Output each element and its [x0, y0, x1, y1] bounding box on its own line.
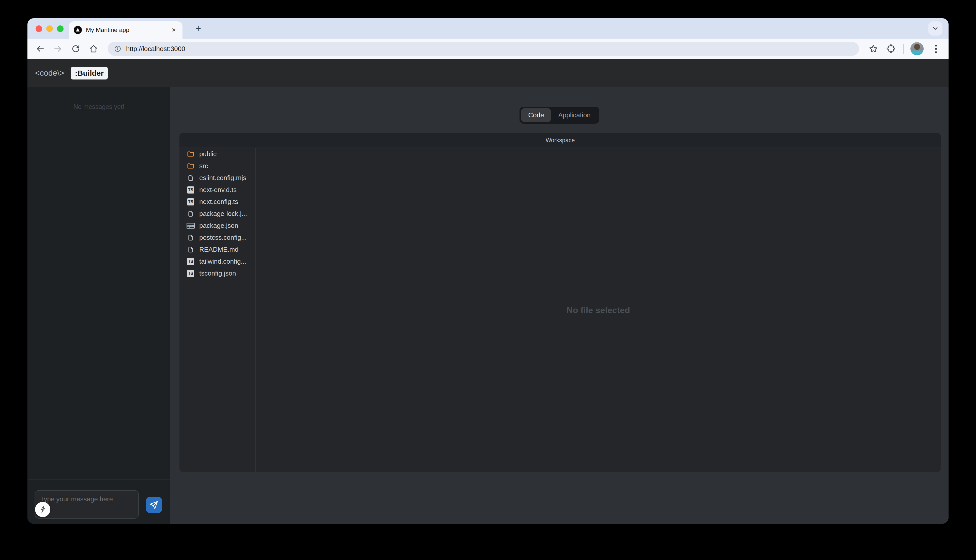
file-name: package.json [199, 222, 238, 230]
back-arrow-icon [35, 44, 45, 53]
file-name: eslint.config.mjs [199, 174, 246, 182]
file-tree-item[interactable]: TSnext.config.ts [179, 196, 255, 208]
folder-icon [187, 150, 195, 158]
close-window-button[interactable] [35, 25, 42, 32]
editor-empty-state: No file selected [567, 305, 630, 315]
forward-button[interactable] [52, 43, 64, 54]
ts-icon: TS [187, 186, 195, 194]
browser-tab[interactable]: My Mantine app × [69, 21, 182, 38]
maximize-window-button[interactable] [57, 25, 64, 32]
tab-code[interactable]: Code [521, 108, 551, 122]
ts-icon: TS [187, 258, 195, 266]
chat-sidebar: No messages yet! [27, 87, 170, 524]
new-tab-button[interactable]: + [192, 22, 205, 35]
workspace-title: Workspace [179, 133, 941, 148]
chat-input-area [27, 480, 170, 524]
npm-icon: npm [187, 222, 195, 230]
workspace-panel: Workspace publicsrceslint.config.mjsTSne… [179, 132, 941, 473]
tab-search-button[interactable] [928, 21, 943, 35]
app-header: <code\> :Builder [27, 59, 949, 87]
site-info-icon [114, 45, 122, 53]
minimize-window-button[interactable] [46, 25, 53, 32]
chevron-down-icon [932, 25, 939, 32]
builder-badge: :Builder [71, 67, 108, 80]
browser-menu-button[interactable] [930, 43, 941, 54]
browser-toolbar: http://localhost:3000 [27, 38, 949, 59]
puzzle-icon [886, 44, 896, 53]
tab-strip: My Mantine app × + [27, 18, 949, 38]
file-icon [187, 246, 195, 254]
tab-close-icon[interactable]: × [170, 25, 177, 35]
send-message-button[interactable] [146, 497, 162, 513]
file-name: next-env.d.ts [199, 186, 237, 194]
back-button[interactable] [35, 43, 46, 54]
file-icon [187, 233, 195, 242]
file-icon [187, 174, 195, 182]
folder-icon [187, 162, 195, 170]
reload-icon [71, 44, 80, 53]
main-area: Code Application Workspace publicsrcesli… [170, 87, 949, 524]
file-name: public [199, 150, 217, 158]
reload-button[interactable] [70, 43, 81, 54]
tab-application[interactable]: Application [551, 108, 598, 122]
file-tree-item[interactable]: npmpackage.json [179, 220, 255, 232]
file-tree: publicsrceslint.config.mjsTSnext-env.d.t… [179, 148, 256, 472]
file-tree-item[interactable]: package-lock.j... [179, 208, 255, 220]
editor-area: No file selected [256, 148, 941, 472]
home-button[interactable] [88, 43, 99, 54]
profile-avatar[interactable] [911, 42, 924, 55]
quick-action-button[interactable] [35, 502, 50, 517]
browser-window: My Mantine app × + http: [27, 18, 949, 524]
file-name: tailwind.config... [199, 258, 246, 265]
lightning-bolt-icon [39, 506, 47, 513]
kebab-menu-icon [935, 45, 937, 47]
url-text: http://localhost:3000 [126, 45, 185, 53]
file-name: README.md [199, 246, 239, 253]
file-tree-item[interactable]: postcss.config... [179, 232, 255, 243]
file-name: src [199, 162, 208, 170]
star-icon [869, 44, 878, 53]
message-input[interactable] [35, 490, 139, 518]
file-tree-item[interactable]: TStsconfig.json [179, 267, 255, 279]
tab-title: My Mantine app [86, 27, 166, 33]
forward-arrow-icon [53, 44, 63, 53]
tab-favicon-icon [74, 26, 82, 34]
file-tree-item[interactable]: public [179, 148, 255, 160]
file-tree-item[interactable]: src [179, 160, 255, 172]
chat-empty-state: No messages yet! [27, 87, 170, 110]
home-icon [89, 44, 99, 53]
file-tree-item[interactable]: TSnext-env.d.ts [179, 184, 255, 196]
extensions-button[interactable] [886, 43, 897, 54]
file-tree-item[interactable]: README.md [179, 243, 255, 255]
toolbar-divider [903, 44, 904, 54]
ts-icon: TS [187, 198, 195, 206]
window-controls [35, 25, 64, 32]
view-toggle: Code Application [520, 107, 599, 124]
file-name: next.config.ts [199, 198, 238, 206]
ts-icon: TS [187, 270, 195, 278]
bookmark-button[interactable] [868, 43, 879, 54]
file-icon [187, 210, 195, 218]
file-name: tsconfig.json [199, 270, 236, 277]
address-bar[interactable]: http://localhost:3000 [108, 42, 859, 56]
file-name: postcss.config... [199, 233, 247, 242]
file-name: package-lock.j... [199, 210, 247, 218]
app-logo: <code\> [35, 68, 64, 78]
app-content: No messages yet! Code Appl [27, 87, 949, 524]
file-tree-item[interactable]: eslint.config.mjs [179, 172, 255, 184]
send-icon [149, 500, 159, 510]
file-tree-item[interactable]: TStailwind.config... [179, 255, 255, 267]
